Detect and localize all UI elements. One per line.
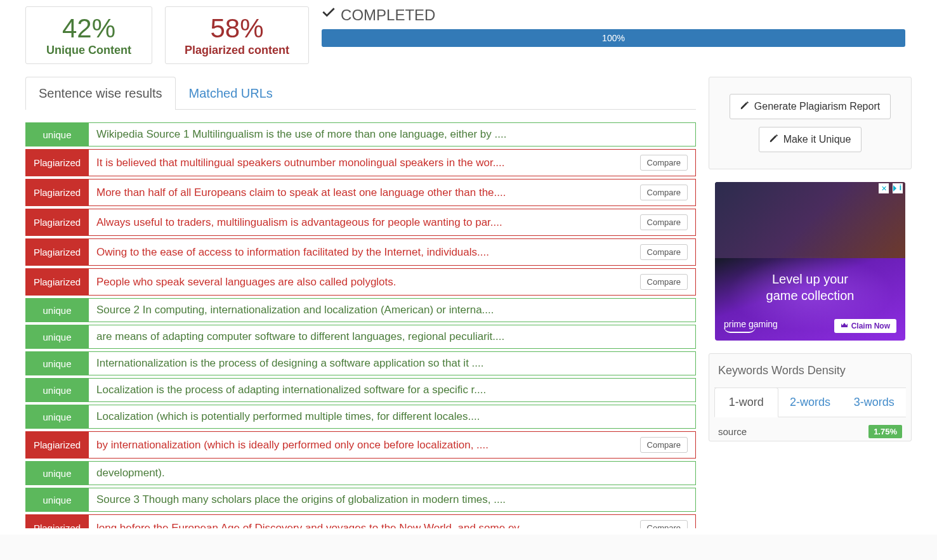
keyword-row: source 1.75% [709,417,911,441]
sentence-text: Wikipedia Source 1 Multilingualism is th… [96,128,688,141]
keywords-tabs: 1-word 2-words 3-words [714,387,906,417]
status-label-row: COMPLETED [322,6,905,24]
status-area: COMPLETED 100% [322,6,912,47]
ad-cta-button[interactable]: Claim Now [834,319,896,333]
make-unique-label: Make it Unique [783,134,851,145]
compare-button[interactable]: Compare [640,274,688,290]
crown-icon [841,322,848,330]
sentence-row: uniqueLocalization (which is potentially… [25,405,696,429]
tab-sentence-results[interactable]: Sentence wise results [25,77,176,110]
sentence-text: Owing to the ease of access to informati… [96,246,634,259]
sentence-text: Source 3 Though many scholars place the … [96,493,688,506]
plagiarized-badge: Plagiarized [25,179,89,206]
make-unique-button[interactable]: Make it Unique [759,127,862,152]
sentence-body[interactable]: Localization (which is potentially perfo… [89,405,696,429]
plagiarized-badge: Plagiarized [25,268,89,296]
unique-badge: unique [25,461,89,485]
sentence-row: uniqueare means of adapting computer sof… [25,325,696,349]
plagiarized-badge: Plagiarized [25,209,89,236]
sentence-body[interactable]: development). [89,461,696,485]
kw-tab-3words[interactable]: 3-words [842,387,906,417]
sentence-text: development). [96,467,688,479]
progress-bar: 100% [322,29,905,47]
sentence-body[interactable]: Internationalization is the process of d… [89,351,696,375]
sentence-row: Plagiarizedlong before the European Age … [25,514,696,528]
generate-report-button[interactable]: Generate Plagiarism Report [730,94,891,119]
sentence-row: PlagiarizedPeople who speak several lang… [25,268,696,296]
unique-badge: unique [25,298,89,322]
keywords-title: Keywords Words Density [709,354,911,387]
compare-button[interactable]: Compare [640,520,688,528]
sentence-body[interactable]: Source 3 Though many scholars place the … [89,488,696,512]
sentence-text: Internationalization is the process of d… [96,357,688,370]
unique-badge: unique [25,351,89,375]
plagiarized-badge: Plagiarized [25,431,89,459]
plagiarized-label: Plagiarized content [185,44,289,57]
sentence-row: uniqueInternationalization is the proces… [25,351,696,375]
generate-report-label: Generate Plagiarism Report [754,101,880,112]
progress-text: 100% [602,33,625,43]
sentence-row: uniqueLocalization is the process of ada… [25,378,696,402]
compare-button[interactable]: Compare [640,185,688,200]
sentence-body[interactable]: Always useful to traders, multilingualis… [89,209,696,236]
status-text: COMPLETED [341,6,435,24]
unique-stat-box: 42% Unique Content [25,6,152,64]
sentence-row: PlagiarizedOwing to the ease of access t… [25,238,696,266]
sentence-row: PlagiarizedMore than half of all Europea… [25,179,696,206]
unique-badge: unique [25,122,89,147]
sentence-body[interactable]: More than half of all Europeans claim to… [89,179,696,206]
keywords-panel: Keywords Words Density 1-word 2-words 3-… [709,353,912,441]
sentence-text: long before the European Age of Discover… [96,522,634,529]
sentence-body[interactable]: Localization is the process of adapting … [89,378,696,402]
sentence-body[interactable]: by internationalization (which is ideall… [89,431,696,459]
unique-percentage: 42% [45,13,133,44]
unique-label: Unique Content [45,44,133,57]
compare-button[interactable]: Compare [640,437,688,453]
sentence-text: More than half of all Europeans claim to… [96,186,634,199]
unique-badge: unique [25,378,89,402]
kw-tab-2words[interactable]: 2-words [778,387,842,417]
sentence-body[interactable]: Owing to the ease of access to informati… [89,238,696,266]
keyword-percentage: 1.75% [868,425,902,438]
compare-button[interactable]: Compare [640,244,688,260]
result-tabs: Sentence wise results Matched URLs [25,77,696,110]
plagiarized-badge: Plagiarized [25,514,89,528]
compare-button[interactable]: Compare [640,214,688,230]
sentence-row: uniqueSource 3 Though many scholars plac… [25,488,696,512]
tab-matched-urls[interactable]: Matched URLs [176,77,286,110]
sentence-row: PlagiarizedAlways useful to traders, mul… [25,209,696,236]
ad-cta-label: Claim Now [851,322,890,330]
sentence-text: by internationalization (which is ideall… [96,439,634,452]
sentence-text: are means of adapting computer software … [96,330,688,343]
plagiarized-badge: Plagiarized [25,238,89,266]
sentence-text: Localization (which is potentially perfo… [96,410,688,423]
plagiarized-badge: Plagiarized [25,149,89,176]
check-icon [322,6,336,24]
sentence-body[interactable]: long before the European Age of Discover… [89,514,696,528]
sentence-text: People who speak several languages are a… [96,276,634,289]
sentence-body[interactable]: People who speak several languages are a… [89,268,696,296]
ad-headline: Level up your game collection [715,271,905,304]
summary-row: 42% Unique Content 58% Plagiarized conte… [25,6,912,64]
compare-button[interactable]: Compare [640,155,688,171]
kw-tab-1word[interactable]: 1-word [714,387,778,417]
sentence-body[interactable]: Wikipedia Source 1 Multilingualism is th… [89,122,696,147]
sentence-text: Source 2 In computing, internationalizat… [96,304,688,316]
sentence-body[interactable]: are means of adapting computer software … [89,325,696,349]
advertisement[interactable]: ✕ Level up your game collection prime ga… [715,182,905,341]
sentence-body[interactable]: It is believed that multilingual speaker… [89,149,696,176]
ad-info-icon[interactable] [893,183,903,193]
unique-badge: unique [25,405,89,429]
actions-panel: Generate Plagiarism Report Make it Uniqu… [709,77,912,169]
sentence-body[interactable]: Source 2 In computing, internationalizat… [89,298,696,322]
unique-badge: unique [25,325,89,349]
sentence-results-list[interactable]: uniqueWikipedia Source 1 Multilingualism… [25,122,696,528]
sentence-text: Localization is the process of adapting … [96,384,688,396]
sentence-row: PlagiarizedIt is believed that multiling… [25,149,696,176]
sentence-text: Always useful to traders, multilingualis… [96,216,634,229]
ad-brand: prime gaming [724,319,778,333]
keyword-word: source [718,426,747,437]
ad-close-icon[interactable]: ✕ [879,183,889,193]
unique-badge: unique [25,488,89,512]
sentence-row: uniqueWikipedia Source 1 Multilingualism… [25,122,696,147]
